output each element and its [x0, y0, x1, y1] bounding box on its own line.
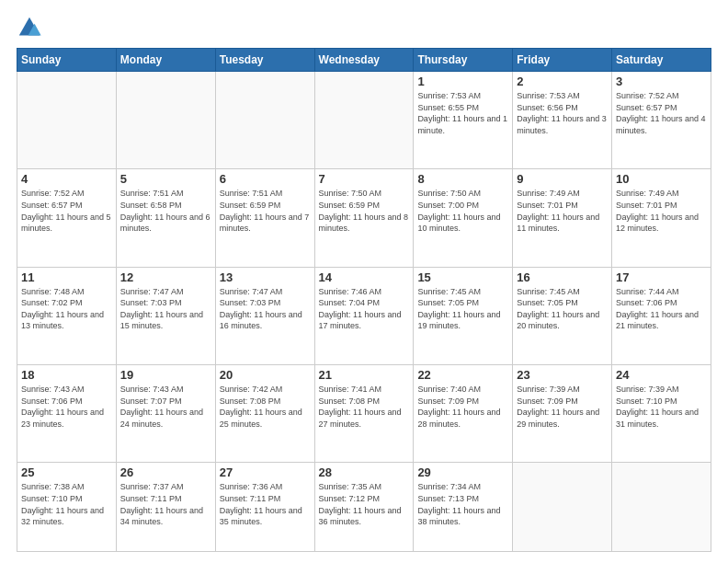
day-number: 6 — [220, 172, 311, 186]
calendar-cell: 17Sunrise: 7:44 AM Sunset: 7:06 PM Dayli… — [612, 267, 711, 364]
day-number: 10 — [616, 172, 707, 186]
day-number: 26 — [120, 465, 211, 479]
weekday-header-thursday: Thursday — [414, 49, 513, 72]
calendar-cell: 9Sunrise: 7:49 AM Sunset: 7:01 PM Daylig… — [513, 169, 612, 267]
day-number: 21 — [319, 368, 410, 382]
day-info: Sunrise: 7:37 AM Sunset: 7:11 PM Dayligh… — [120, 481, 211, 527]
week-row-5: 25Sunrise: 7:38 AM Sunset: 7:10 PM Dayli… — [17, 463, 711, 552]
day-number: 22 — [417, 368, 508, 382]
calendar-cell: 2Sunrise: 7:53 AM Sunset: 6:56 PM Daylig… — [513, 72, 612, 169]
calendar-cell: 23Sunrise: 7:39 AM Sunset: 7:09 PM Dayli… — [513, 364, 612, 462]
day-info: Sunrise: 7:52 AM Sunset: 6:57 PM Dayligh… — [21, 188, 112, 234]
day-number: 8 — [417, 172, 508, 186]
day-info: Sunrise: 7:47 AM Sunset: 7:03 PM Dayligh… — [120, 286, 211, 332]
day-info: Sunrise: 7:45 AM Sunset: 7:05 PM Dayligh… — [417, 286, 508, 332]
day-info: Sunrise: 7:35 AM Sunset: 7:12 PM Dayligh… — [319, 481, 410, 527]
day-info: Sunrise: 7:50 AM Sunset: 7:00 PM Dayligh… — [417, 188, 508, 234]
day-number: 28 — [319, 465, 410, 479]
calendar-cell: 12Sunrise: 7:47 AM Sunset: 7:03 PM Dayli… — [116, 267, 215, 364]
day-number: 15 — [417, 270, 508, 284]
calendar-page: SundayMondayTuesdayWednesdayThursdayFrid… — [0, 0, 728, 563]
calendar-cell — [116, 72, 215, 169]
calendar-cell: 8Sunrise: 7:50 AM Sunset: 7:00 PM Daylig… — [414, 169, 513, 267]
calendar-cell: 21Sunrise: 7:41 AM Sunset: 7:08 PM Dayli… — [314, 364, 414, 462]
calendar-cell: 24Sunrise: 7:39 AM Sunset: 7:10 PM Dayli… — [612, 364, 711, 462]
calendar-cell: 1Sunrise: 7:53 AM Sunset: 6:55 PM Daylig… — [414, 72, 513, 169]
calendar-cell — [17, 72, 117, 169]
day-number: 5 — [120, 172, 211, 186]
day-info: Sunrise: 7:34 AM Sunset: 7:13 PM Dayligh… — [417, 481, 508, 527]
calendar-cell: 4Sunrise: 7:52 AM Sunset: 6:57 PM Daylig… — [17, 169, 117, 267]
day-info: Sunrise: 7:48 AM Sunset: 7:02 PM Dayligh… — [21, 286, 112, 332]
day-info: Sunrise: 7:38 AM Sunset: 7:10 PM Dayligh… — [21, 481, 112, 527]
day-info: Sunrise: 7:43 AM Sunset: 7:06 PM Dayligh… — [21, 384, 112, 430]
calendar-cell: 20Sunrise: 7:42 AM Sunset: 7:08 PM Dayli… — [215, 364, 314, 462]
week-row-4: 18Sunrise: 7:43 AM Sunset: 7:06 PM Dayli… — [17, 364, 711, 462]
calendar-header — [17, 15, 711, 40]
calendar-cell — [314, 72, 414, 169]
day-info: Sunrise: 7:43 AM Sunset: 7:07 PM Dayligh… — [120, 384, 211, 430]
day-info: Sunrise: 7:51 AM Sunset: 6:59 PM Dayligh… — [220, 188, 311, 234]
weekday-header-saturday: Saturday — [612, 49, 711, 72]
day-info: Sunrise: 7:53 AM Sunset: 6:56 PM Dayligh… — [517, 90, 608, 136]
weekday-header-row: SundayMondayTuesdayWednesdayThursdayFrid… — [17, 49, 711, 72]
calendar-cell: 15Sunrise: 7:45 AM Sunset: 7:05 PM Dayli… — [414, 267, 513, 364]
day-number: 14 — [319, 270, 410, 284]
calendar-cell: 27Sunrise: 7:36 AM Sunset: 7:11 PM Dayli… — [215, 463, 314, 552]
day-info: Sunrise: 7:51 AM Sunset: 6:58 PM Dayligh… — [120, 188, 211, 234]
calendar-cell: 6Sunrise: 7:51 AM Sunset: 6:59 PM Daylig… — [215, 169, 314, 267]
day-number: 7 — [319, 172, 410, 186]
day-number: 17 — [616, 270, 707, 284]
day-number: 18 — [21, 368, 112, 382]
day-number: 29 — [417, 465, 508, 479]
calendar-cell: 25Sunrise: 7:38 AM Sunset: 7:10 PM Dayli… — [17, 463, 117, 552]
day-info: Sunrise: 7:52 AM Sunset: 6:57 PM Dayligh… — [616, 90, 707, 136]
day-number: 25 — [21, 465, 112, 479]
day-info: Sunrise: 7:49 AM Sunset: 7:01 PM Dayligh… — [616, 188, 707, 234]
day-number: 3 — [616, 75, 707, 88]
calendar-cell: 5Sunrise: 7:51 AM Sunset: 6:58 PM Daylig… — [116, 169, 215, 267]
day-number: 23 — [517, 368, 608, 382]
calendar-cell: 14Sunrise: 7:46 AM Sunset: 7:04 PM Dayli… — [314, 267, 414, 364]
day-number: 24 — [616, 368, 707, 382]
weekday-header-monday: Monday — [116, 49, 215, 72]
week-row-1: 1Sunrise: 7:53 AM Sunset: 6:55 PM Daylig… — [17, 72, 711, 169]
day-number: 13 — [220, 270, 311, 284]
day-info: Sunrise: 7:41 AM Sunset: 7:08 PM Dayligh… — [319, 384, 410, 430]
calendar-cell: 22Sunrise: 7:40 AM Sunset: 7:09 PM Dayli… — [414, 364, 513, 462]
calendar-cell: 10Sunrise: 7:49 AM Sunset: 7:01 PM Dayli… — [612, 169, 711, 267]
day-info: Sunrise: 7:42 AM Sunset: 7:08 PM Dayligh… — [220, 384, 311, 430]
day-number: 27 — [220, 465, 311, 479]
day-info: Sunrise: 7:53 AM Sunset: 6:55 PM Dayligh… — [417, 90, 508, 136]
day-number: 4 — [21, 172, 112, 186]
calendar-table: SundayMondayTuesdayWednesdayThursdayFrid… — [17, 48, 711, 552]
calendar-cell: 16Sunrise: 7:45 AM Sunset: 7:05 PM Dayli… — [513, 267, 612, 364]
day-number: 16 — [517, 270, 608, 284]
day-info: Sunrise: 7:36 AM Sunset: 7:11 PM Dayligh… — [220, 481, 311, 527]
weekday-header-friday: Friday — [513, 49, 612, 72]
day-info: Sunrise: 7:45 AM Sunset: 7:05 PM Dayligh… — [517, 286, 608, 332]
calendar-cell: 19Sunrise: 7:43 AM Sunset: 7:07 PM Dayli… — [116, 364, 215, 462]
calendar-cell — [215, 72, 314, 169]
day-info: Sunrise: 7:49 AM Sunset: 7:01 PM Dayligh… — [517, 188, 608, 234]
calendar-cell: 13Sunrise: 7:47 AM Sunset: 7:03 PM Dayli… — [215, 267, 314, 364]
weekday-header-tuesday: Tuesday — [215, 49, 314, 72]
day-info: Sunrise: 7:39 AM Sunset: 7:10 PM Dayligh… — [616, 384, 707, 430]
day-number: 1 — [417, 75, 508, 88]
day-number: 19 — [120, 368, 211, 382]
calendar-cell — [513, 463, 612, 552]
day-number: 11 — [21, 270, 112, 284]
week-row-3: 11Sunrise: 7:48 AM Sunset: 7:02 PM Dayli… — [17, 267, 711, 364]
calendar-cell: 18Sunrise: 7:43 AM Sunset: 7:06 PM Dayli… — [17, 364, 117, 462]
day-info: Sunrise: 7:40 AM Sunset: 7:09 PM Dayligh… — [417, 384, 508, 430]
day-number: 9 — [517, 172, 608, 186]
day-number: 20 — [220, 368, 311, 382]
day-info: Sunrise: 7:39 AM Sunset: 7:09 PM Dayligh… — [517, 384, 608, 430]
day-info: Sunrise: 7:50 AM Sunset: 6:59 PM Dayligh… — [319, 188, 410, 234]
day-number: 2 — [517, 75, 608, 88]
calendar-cell: 28Sunrise: 7:35 AM Sunset: 7:12 PM Dayli… — [314, 463, 414, 552]
calendar-cell: 11Sunrise: 7:48 AM Sunset: 7:02 PM Dayli… — [17, 267, 117, 364]
day-info: Sunrise: 7:44 AM Sunset: 7:06 PM Dayligh… — [616, 286, 707, 332]
weekday-header-wednesday: Wednesday — [314, 49, 414, 72]
calendar-cell: 3Sunrise: 7:52 AM Sunset: 6:57 PM Daylig… — [612, 72, 711, 169]
